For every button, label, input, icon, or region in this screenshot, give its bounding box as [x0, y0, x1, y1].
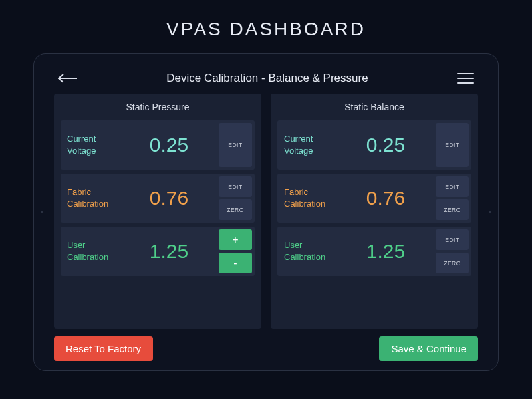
row-current-voltage: Current Voltage 0.25 EDIT — [277, 120, 471, 170]
edit-button[interactable]: EDIT — [436, 123, 469, 167]
reset-to-factory-button[interactable]: Reset To Factory — [54, 336, 153, 361]
decrement-button[interactable]: - — [219, 253, 252, 273]
panel-title: Static Pressure — [61, 102, 255, 112]
row-value: 0.25 — [119, 120, 219, 170]
panels-container: Static Pressure Current Voltage 0.25 EDI… — [54, 94, 478, 329]
zero-button[interactable]: ZERO — [436, 253, 469, 273]
row-label: Current Voltage — [61, 120, 119, 170]
edit-button[interactable]: EDIT — [436, 176, 469, 197]
increment-button[interactable]: + — [219, 229, 252, 250]
row-user-calibration: User Calibration 1.25 + - — [61, 227, 255, 276]
menu-icon[interactable] — [457, 73, 474, 84]
row-fabric-calibration: Fabric Calibration 0.76 EDIT ZERO — [61, 174, 255, 223]
zero-button[interactable]: ZERO — [219, 200, 252, 220]
row-label: Fabric Calibration — [277, 174, 336, 223]
row-value: 0.76 — [336, 174, 436, 223]
row-value: 1.25 — [336, 227, 436, 276]
edit-button[interactable]: EDIT — [219, 176, 252, 197]
row-label: User Calibration — [61, 227, 119, 276]
panel-title: Static Balance — [277, 102, 471, 112]
zero-button[interactable]: ZERO — [436, 200, 469, 220]
row-current-voltage: Current Voltage 0.25 EDIT — [61, 120, 255, 170]
panel-static-balance: Static Balance Current Voltage 0.25 EDIT… — [271, 94, 478, 329]
row-value: 0.76 — [119, 174, 219, 223]
panel-static-pressure: Static Pressure Current Voltage 0.25 EDI… — [54, 94, 261, 329]
tablet-frame: Device Calibration - Balance & Pressure … — [33, 53, 499, 371]
edit-button[interactable]: EDIT — [436, 229, 469, 250]
row-value: 0.25 — [336, 120, 436, 170]
page-title: VPAS DASHBOARD — [166, 19, 366, 40]
topbar: Device Calibration - Balance & Pressure — [54, 63, 478, 94]
screen-title: Device Calibration - Balance & Pressure — [166, 72, 368, 85]
row-value: 1.25 — [119, 227, 219, 276]
save-and-continue-button[interactable]: Save & Continue — [379, 336, 478, 361]
row-label: Fabric Calibration — [61, 174, 119, 223]
edit-button[interactable]: EDIT — [219, 123, 252, 167]
back-arrow-icon[interactable] — [58, 72, 78, 85]
row-label: User Calibration — [277, 227, 336, 276]
row-label: Current Voltage — [277, 120, 336, 170]
footer: Reset To Factory Save & Continue — [54, 336, 478, 361]
row-fabric-calibration: Fabric Calibration 0.76 EDIT ZERO — [277, 174, 471, 223]
row-user-calibration: User Calibration 1.25 EDIT ZERO — [277, 227, 471, 276]
